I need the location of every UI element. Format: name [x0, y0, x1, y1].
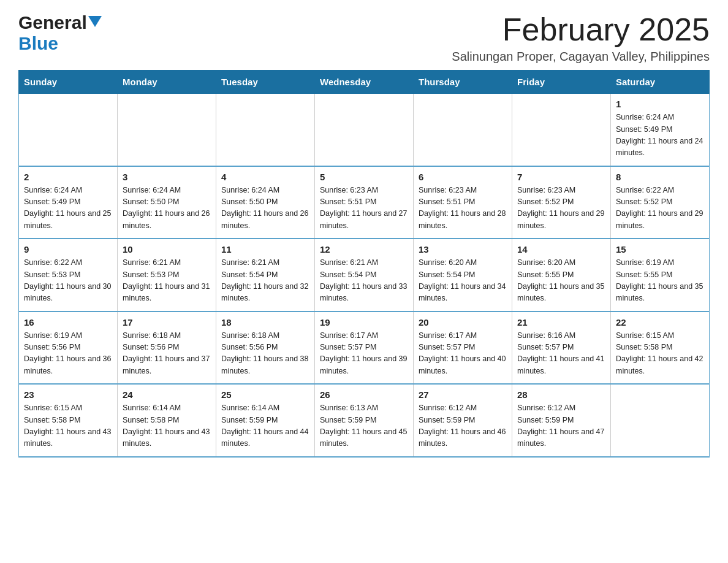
title-area: February 2025 Salinungan Proper, Cagayan…	[452, 12, 710, 64]
calendar-day-cell: 7Sunrise: 6:23 AMSunset: 5:52 PMDaylight…	[512, 166, 611, 239]
calendar-day-cell: 12Sunrise: 6:21 AMSunset: 5:54 PMDayligh…	[315, 239, 414, 312]
calendar-day-cell: 13Sunrise: 6:20 AMSunset: 5:54 PMDayligh…	[414, 239, 512, 312]
day-number: 21	[517, 317, 605, 327]
day-number: 8	[616, 172, 704, 182]
calendar-day-cell: 14Sunrise: 6:20 AMSunset: 5:55 PMDayligh…	[512, 239, 611, 312]
day-info: Sunrise: 6:14 AMSunset: 5:58 PMDaylight:…	[123, 402, 211, 450]
calendar-day-cell: 11Sunrise: 6:21 AMSunset: 5:54 PMDayligh…	[216, 239, 315, 312]
calendar-day-cell: 10Sunrise: 6:21 AMSunset: 5:53 PMDayligh…	[118, 239, 216, 312]
day-info: Sunrise: 6:21 AMSunset: 5:54 PMDaylight:…	[320, 257, 408, 305]
logo-blue-text: Blue	[18, 33, 58, 53]
day-info: Sunrise: 6:22 AMSunset: 5:52 PMDaylight:…	[616, 185, 704, 232]
calendar-day-cell: 1Sunrise: 6:24 AMSunset: 5:49 PMDaylight…	[611, 94, 710, 166]
day-info: Sunrise: 6:24 AMSunset: 5:50 PMDaylight:…	[221, 185, 309, 232]
day-info: Sunrise: 6:24 AMSunset: 5:50 PMDaylight:…	[123, 185, 211, 232]
day-number: 11	[221, 244, 309, 255]
calendar-day-cell	[216, 94, 315, 166]
calendar-body: 1Sunrise: 6:24 AMSunset: 5:49 PMDaylight…	[19, 94, 710, 457]
day-number: 15	[616, 244, 704, 255]
day-number: 26	[320, 389, 408, 400]
day-number: 1	[616, 99, 704, 109]
calendar-week-row: 23Sunrise: 6:15 AMSunset: 5:58 PMDayligh…	[19, 384, 710, 457]
day-info: Sunrise: 6:18 AMSunset: 5:56 PMDaylight:…	[221, 330, 309, 378]
day-info: Sunrise: 6:12 AMSunset: 5:59 PMDaylight:…	[419, 402, 507, 450]
day-number: 24	[123, 389, 211, 400]
calendar-day-cell: 15Sunrise: 6:19 AMSunset: 5:55 PMDayligh…	[611, 239, 710, 312]
day-of-week-header: Sunday	[19, 71, 118, 94]
day-number: 14	[517, 244, 605, 255]
calendar-day-cell	[414, 94, 512, 166]
calendar-day-cell: 24Sunrise: 6:14 AMSunset: 5:58 PMDayligh…	[118, 384, 216, 457]
day-number: 5	[320, 172, 408, 182]
day-number: 23	[24, 389, 112, 400]
logo-general-text: General	[18, 12, 87, 33]
calendar-day-cell: 5Sunrise: 6:23 AMSunset: 5:51 PMDaylight…	[315, 166, 414, 239]
calendar-day-cell: 19Sunrise: 6:17 AMSunset: 5:57 PMDayligh…	[315, 312, 414, 385]
calendar-day-cell: 28Sunrise: 6:12 AMSunset: 5:59 PMDayligh…	[512, 384, 611, 457]
calendar-table: SundayMondayTuesdayWednesdayThursdayFrid…	[18, 70, 710, 458]
calendar-day-cell	[315, 94, 414, 166]
calendar-header: SundayMondayTuesdayWednesdayThursdayFrid…	[19, 71, 710, 94]
logo-triangle-icon	[88, 16, 102, 29]
day-of-week-header: Tuesday	[216, 71, 315, 94]
calendar-day-cell: 3Sunrise: 6:24 AMSunset: 5:50 PMDaylight…	[118, 166, 216, 239]
day-info: Sunrise: 6:21 AMSunset: 5:53 PMDaylight:…	[123, 257, 211, 305]
calendar-day-cell: 21Sunrise: 6:16 AMSunset: 5:57 PMDayligh…	[512, 312, 611, 385]
calendar-day-cell: 4Sunrise: 6:24 AMSunset: 5:50 PMDaylight…	[216, 166, 315, 239]
day-of-week-header: Thursday	[414, 71, 512, 94]
calendar-day-cell	[611, 384, 710, 457]
day-info: Sunrise: 6:20 AMSunset: 5:55 PMDaylight:…	[517, 257, 605, 305]
day-number: 16	[24, 317, 112, 327]
day-info: Sunrise: 6:23 AMSunset: 5:52 PMDaylight:…	[517, 185, 605, 232]
month-title: February 2025	[452, 12, 710, 47]
calendar-day-cell: 20Sunrise: 6:17 AMSunset: 5:57 PMDayligh…	[414, 312, 512, 385]
day-number: 2	[24, 172, 112, 182]
calendar-day-cell: 23Sunrise: 6:15 AMSunset: 5:58 PMDayligh…	[19, 384, 118, 457]
calendar-week-row: 16Sunrise: 6:19 AMSunset: 5:56 PMDayligh…	[19, 312, 710, 385]
calendar-day-cell: 18Sunrise: 6:18 AMSunset: 5:56 PMDayligh…	[216, 312, 315, 385]
day-info: Sunrise: 6:19 AMSunset: 5:55 PMDaylight:…	[616, 257, 704, 305]
day-info: Sunrise: 6:14 AMSunset: 5:59 PMDaylight:…	[221, 402, 309, 450]
day-number: 10	[123, 244, 211, 255]
day-number: 19	[320, 317, 408, 327]
day-info: Sunrise: 6:18 AMSunset: 5:56 PMDaylight:…	[123, 330, 211, 378]
calendar-day-cell: 9Sunrise: 6:22 AMSunset: 5:53 PMDaylight…	[19, 239, 118, 312]
day-number: 12	[320, 244, 408, 255]
calendar-day-cell: 16Sunrise: 6:19 AMSunset: 5:56 PMDayligh…	[19, 312, 118, 385]
day-info: Sunrise: 6:20 AMSunset: 5:54 PMDaylight:…	[419, 257, 507, 305]
day-info: Sunrise: 6:23 AMSunset: 5:51 PMDaylight:…	[320, 185, 408, 232]
day-info: Sunrise: 6:15 AMSunset: 5:58 PMDaylight:…	[24, 402, 112, 450]
calendar-week-row: 9Sunrise: 6:22 AMSunset: 5:53 PMDaylight…	[19, 239, 710, 312]
day-info: Sunrise: 6:17 AMSunset: 5:57 PMDaylight:…	[320, 330, 408, 378]
day-info: Sunrise: 6:23 AMSunset: 5:51 PMDaylight:…	[419, 185, 507, 232]
day-info: Sunrise: 6:17 AMSunset: 5:57 PMDaylight:…	[419, 330, 507, 378]
calendar-day-cell	[19, 94, 118, 166]
day-info: Sunrise: 6:16 AMSunset: 5:57 PMDaylight:…	[517, 330, 605, 378]
day-number: 9	[24, 244, 112, 255]
day-info: Sunrise: 6:13 AMSunset: 5:59 PMDaylight:…	[320, 402, 408, 450]
day-number: 18	[221, 317, 309, 327]
page-header: General Blue February 2025 Salinungan Pr…	[18, 12, 710, 64]
day-number: 3	[123, 172, 211, 182]
calendar-week-row: 2Sunrise: 6:24 AMSunset: 5:49 PMDaylight…	[19, 166, 710, 239]
day-number: 27	[419, 389, 507, 400]
logo-area: General Blue	[18, 12, 102, 54]
calendar-day-cell: 22Sunrise: 6:15 AMSunset: 5:58 PMDayligh…	[611, 312, 710, 385]
day-number: 13	[419, 244, 507, 255]
calendar-day-cell: 26Sunrise: 6:13 AMSunset: 5:59 PMDayligh…	[315, 384, 414, 457]
day-number: 17	[123, 317, 211, 327]
calendar-day-cell	[512, 94, 611, 166]
day-info: Sunrise: 6:15 AMSunset: 5:58 PMDaylight:…	[616, 330, 704, 378]
day-number: 22	[616, 317, 704, 327]
calendar-day-cell: 2Sunrise: 6:24 AMSunset: 5:49 PMDaylight…	[19, 166, 118, 239]
day-of-week-header: Friday	[512, 71, 611, 94]
day-number: 4	[221, 172, 309, 182]
location-subtitle: Salinungan Proper, Cagayan Valley, Phili…	[452, 50, 710, 64]
calendar-day-cell: 6Sunrise: 6:23 AMSunset: 5:51 PMDaylight…	[414, 166, 512, 239]
day-info: Sunrise: 6:19 AMSunset: 5:56 PMDaylight:…	[24, 330, 112, 378]
day-info: Sunrise: 6:21 AMSunset: 5:54 PMDaylight:…	[221, 257, 309, 305]
calendar-day-cell: 27Sunrise: 6:12 AMSunset: 5:59 PMDayligh…	[414, 384, 512, 457]
day-number: 7	[517, 172, 605, 182]
calendar-day-cell: 8Sunrise: 6:22 AMSunset: 5:52 PMDaylight…	[611, 166, 710, 239]
day-number: 6	[419, 172, 507, 182]
